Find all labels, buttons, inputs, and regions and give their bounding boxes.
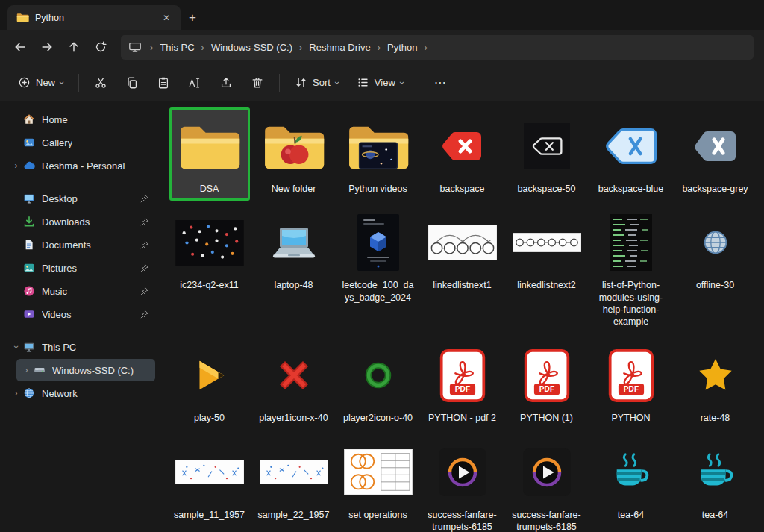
breadcrumb-chevron-icon[interactable]: ›	[196, 42, 210, 53]
navigation-bar: › This PC › Windows-SSD (C:) › Reshma Dr…	[0, 30, 764, 64]
tea-cup-icon	[694, 438, 737, 507]
file-name: success-fanfare-trumpets-6185	[510, 509, 583, 532]
sidebar-item-this-pc[interactable]: › This PC	[6, 336, 155, 358]
plus-circle-icon	[18, 76, 31, 89]
expand-chevron-icon[interactable]: ›	[10, 389, 22, 398]
file-tile[interactable]: backspace-50	[507, 107, 587, 201]
play-triangle-icon	[190, 341, 230, 410]
new-tab-button[interactable]: +	[181, 5, 204, 30]
breadcrumb-windows-ssd[interactable]: Windows-SSD (C:)	[210, 40, 294, 54]
file-tile[interactable]: success-fanfare-trumpets-6185	[422, 434, 503, 532]
pin-icon	[140, 240, 149, 250]
view-button-label: View	[375, 77, 395, 88]
file-tile[interactable]: rate-48	[675, 337, 756, 430]
breadcrumb-chevron-icon[interactable]: ›	[145, 42, 158, 53]
sidebar-item-label: Windows-SSD (C:)	[52, 365, 134, 376]
file-tile[interactable]: leetcode_100_days_badge_2024	[338, 204, 419, 334]
sidebar-item-pictures[interactable]: Pictures	[6, 257, 155, 279]
new-button[interactable]: New ›	[10, 71, 71, 94]
file-name: player1icon-x-40	[259, 412, 328, 424]
paste-button[interactable]	[149, 70, 178, 96]
file-tile-dsa[interactable]: DSA	[169, 107, 250, 201]
diagram-thumbnail	[260, 438, 328, 507]
file-tile[interactable]: play-50	[169, 337, 250, 430]
delete-button[interactable]	[243, 70, 272, 96]
file-tile[interactable]: ic234-q2-ex11	[169, 204, 250, 334]
breadcrumb-chevron-icon[interactable]: ›	[294, 42, 307, 53]
tab-close-button[interactable]: ✕	[158, 10, 175, 26]
backspace-blue-icon	[604, 112, 658, 181]
tab-title: Python	[35, 13, 152, 23]
collapse-chevron-icon[interactable]: ›	[12, 342, 21, 353]
explorer-tab[interactable]: Python ✕	[7, 5, 181, 30]
copy-icon	[125, 76, 139, 90]
sidebar-item-windows-ssd[interactable]: › Windows-SSD (C:)	[16, 359, 155, 381]
breadcrumb-chevron-icon[interactable]: ›	[419, 42, 433, 53]
file-tile[interactable]: backspace-blue	[591, 107, 671, 201]
share-button[interactable]	[212, 70, 240, 96]
file-tile[interactable]: player2icon-o-40	[338, 337, 419, 430]
file-tile[interactable]: success-fanfare-trumpets-6185	[507, 434, 587, 532]
cut-button[interactable]	[87, 70, 115, 96]
sidebar-item-documents[interactable]: Documents	[6, 234, 155, 256]
file-tile[interactable]: tea-64	[675, 434, 756, 532]
chevron-down-icon: ›	[333, 81, 342, 84]
file-tile[interactable]: player1icon-x-40	[254, 337, 334, 430]
pictures-icon	[23, 262, 35, 274]
copy-button[interactable]	[118, 70, 146, 96]
back-button[interactable]	[7, 35, 33, 59]
this-pc-monitor-icon	[128, 40, 142, 54]
onedrive-cloud-icon	[23, 160, 35, 172]
globe-icon	[698, 208, 733, 277]
file-tile[interactable]: set operations	[338, 434, 419, 532]
forward-arrow-icon	[40, 40, 54, 54]
breadcrumb-this-pc[interactable]: This PC	[158, 40, 195, 54]
sidebar-item-desktop[interactable]: Desktop	[6, 187, 155, 210]
file-tile[interactable]: PYTHON (1)	[507, 337, 587, 430]
ellipsis-icon: ⋯	[434, 76, 447, 89]
file-name: success-fanfare-trumpets-6185	[426, 509, 499, 532]
file-tile[interactable]: list-of-Python-modules-using-help-functi…	[591, 204, 671, 334]
file-tile[interactable]: PYTHON - pdf 2	[422, 337, 503, 430]
file-name: backspace	[440, 183, 485, 195]
sidebar-item-label: Home	[42, 114, 68, 125]
file-name: set operations	[348, 509, 407, 521]
file-name: linkedlistnext1	[433, 279, 492, 291]
expand-chevron-icon[interactable]: ›	[21, 366, 32, 375]
file-tile[interactable]: linkedlistnext1	[422, 204, 503, 334]
sidebar-item-label: This PC	[42, 342, 76, 353]
file-tile[interactable]: laptop-48	[254, 204, 334, 334]
breadcrumb-python[interactable]: Python	[386, 40, 419, 54]
sidebar-item-downloads[interactable]: Downloads	[6, 210, 155, 233]
star-icon	[695, 341, 736, 410]
sidebar-item-onedrive-personal[interactable]: › Reshma - Personal	[6, 154, 155, 177]
file-tile[interactable]: backspace-grey	[675, 107, 756, 201]
file-tile[interactable]: tea-64	[591, 434, 671, 532]
file-tile[interactable]: Python videos	[338, 107, 419, 201]
file-name: backspace-grey	[682, 183, 748, 195]
sort-button[interactable]: Sort ›	[287, 71, 346, 94]
file-tile[interactable]: New folder	[254, 107, 334, 201]
file-tile[interactable]: sample_22_1957	[254, 434, 334, 532]
forward-button[interactable]	[34, 35, 60, 59]
breadcrumb-chevron-icon[interactable]: ›	[372, 42, 386, 53]
expand-chevron-icon[interactable]: ›	[10, 161, 22, 170]
view-button[interactable]: View ›	[349, 71, 411, 94]
up-button[interactable]	[61, 35, 87, 59]
more-options-button[interactable]: ⋯	[427, 72, 454, 93]
file-tile[interactable]: linkedlistnext2	[507, 204, 587, 334]
file-tile[interactable]: PYTHON	[591, 337, 671, 430]
address-bar[interactable]: › This PC › Windows-SSD (C:) › Reshma Dr…	[121, 35, 754, 60]
file-tile[interactable]: offline-30	[675, 204, 756, 334]
file-tile[interactable]: sample_11_1957	[169, 434, 250, 532]
rename-button[interactable]	[181, 70, 209, 96]
sidebar-item-home[interactable]: Home	[6, 108, 155, 131]
breadcrumb-reshma-drive[interactable]: Reshma Drive	[307, 40, 372, 54]
sidebar-item-gallery[interactable]: Gallery	[6, 131, 155, 154]
sidebar-item-videos[interactable]: Videos	[6, 303, 155, 325]
sidebar-item-network[interactable]: › Network	[6, 382, 155, 404]
file-tile[interactable]: backspace	[422, 107, 503, 201]
diagram-thumbnail	[175, 438, 244, 507]
refresh-button[interactable]	[88, 35, 113, 59]
sid ebar-item-music[interactable]: Music	[6, 280, 155, 302]
